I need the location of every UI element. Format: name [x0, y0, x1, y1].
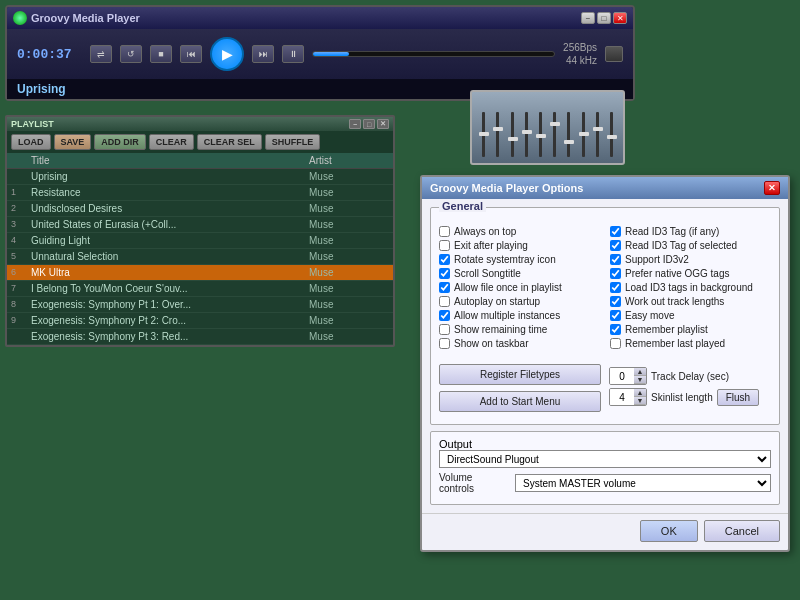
checkbox-always_on_top[interactable]	[439, 226, 450, 237]
eq-slider-4[interactable]	[521, 112, 532, 157]
playlist-item[interactable]: 9 Exogenesis: Symphony Pt 2: Cro... Muse	[7, 313, 393, 329]
track-delay-up[interactable]: ▲	[634, 368, 646, 376]
flush-button[interactable]: Flush	[717, 389, 759, 406]
checkbox-prefer_native_ogg[interactable]	[610, 268, 621, 279]
playlist-item[interactable]: 6 MK Ultra Muse	[7, 265, 393, 281]
checkbox-row-remember_last: Remember last played	[610, 338, 771, 349]
playlist-item[interactable]: 1 Resistance Muse	[7, 185, 393, 201]
register-filetypes-button[interactable]: Register Filetypes	[439, 364, 601, 385]
checkbox-label-read_id3: Read ID3 Tag (if any)	[625, 226, 719, 237]
playlist-shuffle-button[interactable]: SHUFFLE	[265, 134, 321, 150]
playlist-item[interactable]: 2 Undisclosed Desires Muse	[7, 201, 393, 217]
playlist-item[interactable]: 4 Guiding Light Muse	[7, 233, 393, 249]
playlist-load-button[interactable]: LOAD	[11, 134, 51, 150]
playlist-col-num	[11, 155, 31, 166]
checkbox-read_id3_selected[interactable]	[610, 240, 621, 251]
playlist-item-num	[11, 331, 31, 342]
checkbox-row-allow_file_once: Allow file once in playlist	[439, 282, 600, 293]
checkbox-allow_multiple[interactable]	[439, 310, 450, 321]
checkbox-remember_playlist[interactable]	[610, 324, 621, 335]
playlist-clearsel-button[interactable]: CLEAR SEL	[197, 134, 262, 150]
checkbox-row-always_on_top: Always on top	[439, 226, 600, 237]
playlist-adddir-button[interactable]: ADD DIR	[94, 134, 146, 150]
progress-bar[interactable]	[312, 51, 555, 57]
eq-button[interactable]	[605, 46, 623, 62]
eq-handle-2	[493, 127, 503, 131]
checkbox-work_out_track[interactable]	[610, 296, 621, 307]
playlist-item[interactable]: 3 United States of Eurasia (+Coll... Mus…	[7, 217, 393, 233]
checkbox-show_remaining[interactable]	[439, 324, 450, 335]
checkbox-rotate_systray[interactable]	[439, 254, 450, 265]
playlist-clear-button[interactable]: CLEAR	[149, 134, 194, 150]
checkbox-allow_file_once[interactable]	[439, 282, 450, 293]
checkbox-easy_move[interactable]	[610, 310, 621, 321]
skinlist-up[interactable]: ▲	[634, 389, 646, 397]
eq-track-7	[567, 112, 570, 157]
cancel-button[interactable]: Cancel	[704, 520, 780, 542]
eq-slider-5[interactable]	[535, 112, 546, 157]
minimize-button[interactable]: −	[581, 12, 595, 24]
playlist-maximize-btn[interactable]: □	[363, 119, 375, 129]
play-button[interactable]: ▶	[210, 37, 244, 71]
checkbox-autoplay_startup[interactable]	[439, 296, 450, 307]
playlist-item[interactable]: 5 Unnatural Selection Muse	[7, 249, 393, 265]
repeat-button[interactable]: ↺	[120, 45, 142, 63]
options-body: General Always on top Exit after playing…	[422, 199, 788, 513]
eq-handle-3	[508, 137, 518, 141]
playlist-item[interactable]: Exogenesis: Symphony Pt 3: Red... Muse	[7, 329, 393, 345]
output-plugin-row: DirectSound Plugout	[439, 450, 771, 468]
playlist-item-artist: Muse	[309, 283, 389, 294]
checkbox-show_taskbar[interactable]	[439, 338, 450, 349]
playlist-item-artist: Muse	[309, 315, 389, 326]
playlist-item-artist: Muse	[309, 331, 389, 342]
checkbox-label-read_id3_selected: Read ID3 Tag of selected	[625, 240, 737, 251]
checkbox-label-allow_multiple: Allow multiple instances	[454, 310, 560, 321]
eq-slider-7[interactable]	[563, 112, 574, 157]
output-plugin-select[interactable]: DirectSound Plugout	[439, 450, 771, 468]
playlist-minimize-btn[interactable]: −	[349, 119, 361, 129]
volume-select[interactable]: System MASTER volume	[515, 474, 771, 492]
playlist-item[interactable]: Uprising Muse	[7, 169, 393, 185]
skinlist-down[interactable]: ▼	[634, 397, 646, 405]
playlist-close-btn[interactable]: ✕	[377, 119, 389, 129]
playlist-item-title: Exogenesis: Symphony Pt 2: Cro...	[31, 315, 309, 326]
track-delay-down[interactable]: ▼	[634, 376, 646, 384]
pause-button[interactable]: ⏸	[282, 45, 304, 63]
checkbox-label-always_on_top: Always on top	[454, 226, 516, 237]
track-delay-input[interactable]	[610, 368, 634, 384]
eq-track-5	[539, 112, 542, 157]
checkbox-read_id3[interactable]	[610, 226, 621, 237]
checkbox-support_id3v2[interactable]	[610, 254, 621, 265]
playlist-item[interactable]: 7 I Belong To You/Mon Coeur S'ouv... Mus…	[7, 281, 393, 297]
skinlist-input[interactable]	[610, 389, 634, 405]
add-start-menu-button[interactable]: Add to Start Menu	[439, 391, 601, 412]
playlist-save-button[interactable]: SAVE	[54, 134, 92, 150]
checkbox-remember_last[interactable]	[610, 338, 621, 349]
prev-button[interactable]: ⏮	[180, 45, 202, 63]
playlist-item-num: 8	[11, 299, 31, 310]
shuffle-button[interactable]: ⇌	[90, 45, 112, 63]
eq-slider-1[interactable]	[478, 112, 489, 157]
eq-slider-10[interactable]	[606, 112, 617, 157]
next-button[interactable]: ⏭	[252, 45, 274, 63]
checkbox-label-exit_after_playing: Exit after playing	[454, 240, 528, 251]
checkbox-exit_after_playing[interactable]	[439, 240, 450, 251]
checkbox-scroll_songtitle[interactable]	[439, 268, 450, 279]
checkbox-load_id3_bg[interactable]	[610, 282, 621, 293]
checkbox-label-work_out_track: Work out track lengths	[625, 296, 724, 307]
maximize-button[interactable]: □	[597, 12, 611, 24]
close-button[interactable]: ✕	[613, 12, 627, 24]
playlist-titlebar-right: − □ ✕	[349, 119, 389, 129]
stop-button[interactable]: ■	[150, 45, 172, 63]
eq-slider-3[interactable]	[506, 112, 517, 157]
options-close-button[interactable]: ✕	[764, 181, 780, 195]
volume-label: Volume controls	[439, 472, 509, 494]
eq-slider-6[interactable]	[549, 112, 560, 157]
skinlist-spinners: ▲ ▼	[634, 389, 646, 405]
playlist-item[interactable]: 8 Exogenesis: Symphony Pt 1: Over... Mus…	[7, 297, 393, 313]
ok-button[interactable]: OK	[640, 520, 698, 542]
eq-slider-2[interactable]	[492, 112, 503, 157]
playlist-item-num: 9	[11, 315, 31, 326]
eq-slider-9[interactable]	[592, 112, 603, 157]
eq-slider-8[interactable]	[577, 112, 588, 157]
